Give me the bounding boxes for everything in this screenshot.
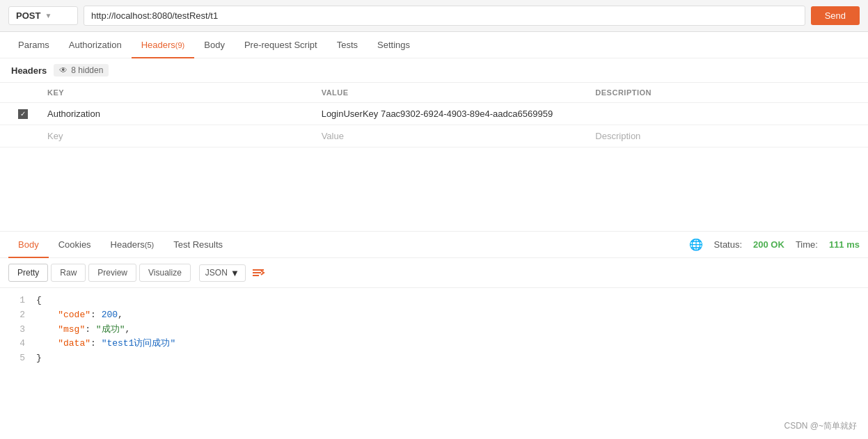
response-tab-body[interactable]: Body	[8, 232, 49, 258]
tab-headers[interactable]: Headers(9)	[132, 33, 195, 58]
response-tabs: Body Cookies Headers(5) Test Results 🌐 S…	[0, 232, 868, 258]
format-tabs: Pretty Raw Preview Visualize JSON ▼	[0, 258, 868, 288]
tab-tests[interactable]: Tests	[327, 33, 368, 58]
tab-pre-request[interactable]: Pre-request Script	[235, 33, 327, 58]
check-mark: ✓	[20, 110, 26, 118]
line-num-3: 3	[11, 323, 25, 337]
table-row: ✓ Authorization LoginUserKey 7aac9302-69…	[0, 103, 868, 125]
tab-body[interactable]: Body	[194, 33, 235, 58]
response-body-code: 1 { 2 "code": 200, 3 "msg": "成功", 4 "dat…	[0, 288, 868, 372]
placeholder-description[interactable]: Description	[588, 125, 862, 147]
col-key-header: KEY	[40, 83, 315, 102]
code-line-1: 1 {	[11, 294, 857, 308]
headers-subrow: Headers 👁 8 hidden	[0, 58, 868, 83]
col-description-header: DESCRIPTION	[588, 83, 862, 102]
method-chevron: ▼	[45, 12, 52, 19]
code-line-5: 5 }	[11, 351, 857, 366]
wrap-button[interactable]	[251, 267, 265, 278]
placeholder-key[interactable]: Key	[40, 125, 315, 147]
headers-table: KEY VALUE DESCRIPTION ✓ Authorization Lo…	[0, 83, 868, 147]
code-content-1: {	[36, 294, 42, 308]
response-tab-test-results[interactable]: Test Results	[164, 232, 232, 258]
table-header: KEY VALUE DESCRIPTION	[0, 83, 868, 103]
hidden-count: 8 hidden	[71, 65, 103, 75]
method-label: POST	[16, 10, 40, 21]
row-description[interactable]	[588, 109, 862, 120]
tab-settings[interactable]: Settings	[368, 33, 420, 58]
response-tab-cookies[interactable]: Cookies	[49, 232, 101, 258]
request-tabs: Params Authorization Headers(9) Body Pre…	[0, 32, 868, 58]
response-tabs-left: Body Cookies Headers(5) Test Results	[8, 232, 232, 257]
line-num-4: 4	[11, 337, 25, 351]
format-raw[interactable]: Raw	[51, 264, 86, 282]
code-content-4: "data": "test1访问成功"	[36, 337, 175, 351]
format-pretty[interactable]: Pretty	[8, 264, 48, 282]
response-status-bar: 🌐 Status: 200 OK Time: 111 ms	[689, 238, 860, 251]
send-button[interactable]: Send	[811, 6, 860, 25]
row-checkbox-cell: ✓	[6, 104, 40, 125]
code-content-2: "code": 200,	[36, 308, 123, 323]
tab-authorization[interactable]: Authorization	[59, 33, 132, 58]
format-preview[interactable]: Preview	[88, 264, 136, 282]
code-line-3: 3 "msg": "成功",	[11, 323, 857, 337]
json-format-label: JSON	[205, 268, 228, 278]
line-num-2: 2	[11, 308, 25, 323]
code-content-5: }	[36, 351, 42, 366]
status-value: 200 OK	[753, 239, 784, 250]
code-line-2: 2 "code": 200,	[11, 308, 857, 323]
tab-params[interactable]: Params	[8, 33, 59, 58]
line-num-5: 5	[11, 351, 25, 366]
status-label: Status:	[714, 239, 742, 250]
method-select[interactable]: POST ▼	[8, 6, 78, 25]
placeholder-checkbox-cell	[6, 131, 40, 142]
line-num-1: 1	[11, 294, 25, 308]
row-key[interactable]: Authorization	[40, 103, 315, 125]
time-value: 111 ms	[829, 239, 860, 250]
eye-icon: 👁	[59, 65, 68, 75]
json-chevron: ▼	[230, 268, 239, 278]
url-input[interactable]	[84, 6, 805, 26]
code-content-3: "msg": "成功",	[36, 323, 130, 337]
placeholder-value[interactable]: Value	[315, 125, 589, 147]
table-placeholder-row: Key Value Description	[0, 125, 868, 147]
headers-label: Headers	[11, 65, 47, 76]
row-checkbox[interactable]: ✓	[18, 109, 28, 119]
code-line-4: 4 "data": "test1访问成功"	[11, 337, 857, 351]
json-format-select[interactable]: JSON ▼	[199, 264, 246, 282]
request-bar: POST ▼ Send	[0, 0, 868, 32]
col-value-header: VALUE	[315, 83, 589, 102]
format-visualize[interactable]: Visualize	[139, 264, 191, 282]
globe-icon[interactable]: 🌐	[689, 238, 703, 251]
response-tab-headers[interactable]: Headers(5)	[101, 232, 164, 258]
col-checkbox-header	[6, 83, 40, 102]
hidden-badge[interactable]: 👁 8 hidden	[54, 64, 109, 77]
row-value[interactable]: LoginUserKey 7aac9302-6924-4903-89e4-aad…	[315, 103, 589, 125]
time-label: Time:	[796, 239, 818, 250]
empty-area	[0, 147, 868, 231]
